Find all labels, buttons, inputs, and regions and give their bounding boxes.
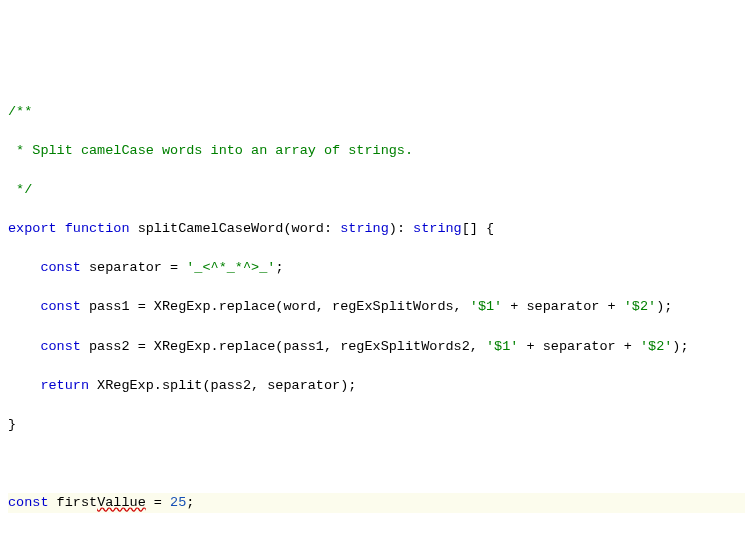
code-text: pass1 = XRegExp.replace(word, regExSplit… [81, 299, 470, 314]
code-line: */ [8, 180, 745, 200]
code-text: ; [275, 260, 283, 275]
code-text: XRegExp.split(pass2, separator); [89, 378, 356, 393]
code-line-highlighted: const firstVallue = 25; [8, 493, 745, 513]
signature: ): [389, 221, 413, 236]
code-line: const separator = '_<^*_*^>_'; [8, 258, 745, 278]
string-literal: '_<^*_*^>_' [186, 260, 275, 275]
signature: [] { [462, 221, 494, 236]
string-literal: '$2' [624, 299, 656, 314]
code-line: /** [8, 102, 745, 122]
type-string: string [340, 221, 389, 236]
space [130, 221, 138, 236]
code-text: ); [656, 299, 672, 314]
code-line: return XRegExp.split(pass2, separator); [8, 376, 745, 396]
space [57, 221, 65, 236]
identifier: first [49, 495, 98, 510]
keyword-function: function [65, 221, 130, 236]
number-literal: 25 [170, 495, 186, 510]
keyword-const: const [40, 260, 81, 275]
string-literal: '$1' [470, 299, 502, 314]
code-line: const pass2 = XRegExp.replace(pass1, reg… [8, 337, 745, 357]
brace-close: } [8, 417, 16, 432]
comment-prefix: * [8, 143, 32, 158]
comment-text: */ [8, 182, 32, 197]
signature: (word: [283, 221, 340, 236]
code-editor[interactable]: /** * Split camelCase words into an arra… [8, 82, 745, 539]
code-text: ; [186, 495, 194, 510]
code-line: } [8, 415, 745, 435]
code-text: + separator + [502, 299, 624, 314]
string-literal: '$2' [640, 339, 672, 354]
keyword-export: export [8, 221, 57, 236]
code-line: export function splitCamelCaseWord(word:… [8, 219, 745, 239]
code-text: + separator + [518, 339, 640, 354]
code-text: pass2 = XRegExp.replace(pass1, regExSpli… [81, 339, 486, 354]
keyword-const: const [40, 339, 81, 354]
code-line: * Split camelCase words into an array of… [8, 141, 745, 161]
keyword-const: const [40, 299, 81, 314]
blank-line [8, 454, 745, 474]
type-string: string [413, 221, 462, 236]
blank-line [8, 532, 745, 539]
code-line: const pass1 = XRegExp.replace(word, regE… [8, 297, 745, 317]
comment-text: Split camelCase words into an array of s… [32, 143, 413, 158]
function-name: splitCamelCaseWord [138, 221, 284, 236]
keyword-const: const [8, 495, 49, 510]
keyword-return: return [40, 378, 89, 393]
comment-text: /** [8, 104, 32, 119]
string-literal: '$1' [486, 339, 518, 354]
code-text: = [146, 495, 170, 510]
spelling-error: Vallue [97, 495, 146, 510]
code-text: ); [672, 339, 688, 354]
code-text: separator = [81, 260, 186, 275]
